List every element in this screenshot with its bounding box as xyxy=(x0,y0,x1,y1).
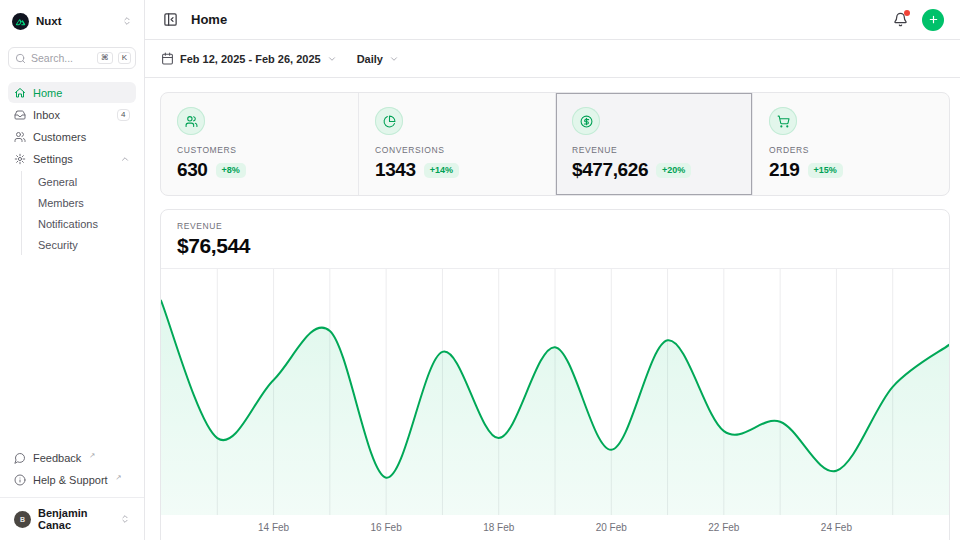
notification-dot xyxy=(904,10,910,16)
sidebar-item-security[interactable]: Security xyxy=(22,234,136,255)
pie-chart-icon xyxy=(375,107,403,135)
svg-text:18 Feb: 18 Feb xyxy=(483,522,515,533)
message-circle-icon xyxy=(14,452,26,464)
avatar: B xyxy=(14,511,31,528)
stat-value: 630 xyxy=(177,159,208,181)
stat-value: 219 xyxy=(769,159,800,181)
sidebar-item-customers[interactable]: Customers xyxy=(8,126,136,147)
chevron-up-icon xyxy=(120,154,130,164)
search-icon xyxy=(15,53,26,64)
stat-label: ORDERS xyxy=(769,145,933,155)
settings-children: General Members Notifications Security xyxy=(21,171,136,255)
dollar-circle-icon xyxy=(572,107,600,135)
date-range-label: Feb 12, 2025 - Feb 26, 2025 xyxy=(180,53,321,65)
svg-text:24 Feb: 24 Feb xyxy=(821,522,853,533)
main-area: Home Feb 12, 2025 - Feb 26, 2025 Daily xyxy=(145,0,960,540)
inbox-icon xyxy=(14,109,26,121)
sidebar-item-notifications[interactable]: Notifications xyxy=(22,213,136,234)
sidebar-footer-nav: Feedback ↗ Help & Support ↗ xyxy=(8,447,136,490)
topbar-actions xyxy=(891,9,944,31)
sidebar-item-help-support[interactable]: Help & Support ↗ xyxy=(8,469,136,490)
stat-value: $477,626 xyxy=(572,159,648,181)
stat-value: 1343 xyxy=(375,159,416,181)
sidebar-item-label: Customers xyxy=(33,131,86,143)
chevron-down-icon xyxy=(389,54,399,64)
sidebar-item-home[interactable]: Home xyxy=(8,82,136,103)
external-link-icon: ↗ xyxy=(89,451,95,462)
svg-text:14 Feb: 14 Feb xyxy=(258,522,290,533)
calendar-icon xyxy=(161,52,174,65)
nuxt-logo-icon xyxy=(12,13,29,30)
date-range-picker[interactable]: Feb 12, 2025 - Feb 26, 2025 xyxy=(161,52,337,65)
user-menu[interactable]: B Benjamin Canac xyxy=(8,504,136,534)
dashboard-content: CUSTOMERS 630 +8% CONVERSIONS 1343 +14% xyxy=(145,78,960,540)
chart-metric-label: REVENUE xyxy=(177,221,933,231)
sidebar: Nuxt ⌘ K Home Inbox 4 xyxy=(0,0,145,540)
inbox-count-badge: 4 xyxy=(117,109,130,121)
stat-delta-badge: +15% xyxy=(808,163,843,178)
collapse-sidebar-button[interactable] xyxy=(161,10,180,29)
notifications-button[interactable] xyxy=(891,10,910,29)
stat-label: REVENUE xyxy=(572,145,736,155)
sidebar-nav: Home Inbox 4 Customers Settings Ge xyxy=(8,82,136,256)
chevrons-up-down-icon xyxy=(122,16,132,26)
user-name: Benjamin Canac xyxy=(38,507,113,531)
sidebar-divider xyxy=(0,497,144,498)
chevron-down-icon xyxy=(327,54,337,64)
sidebar-item-label: Feedback xyxy=(33,452,81,464)
topbar: Home xyxy=(145,0,960,40)
shopping-cart-icon xyxy=(769,107,797,135)
sidebar-item-label: Inbox xyxy=(33,109,60,121)
sidebar-item-feedback[interactable]: Feedback ↗ xyxy=(8,447,136,468)
sidebar-item-label: Help & Support xyxy=(33,474,108,486)
sidebar-item-label: Home xyxy=(33,87,62,99)
external-link-icon: ↗ xyxy=(116,473,122,484)
gear-icon xyxy=(14,153,26,165)
workspace-switcher[interactable]: Nuxt xyxy=(8,10,136,32)
sidebar-item-inbox[interactable]: Inbox 4 xyxy=(8,104,136,125)
stat-delta-badge: +20% xyxy=(656,163,691,178)
kbd-meta: ⌘ xyxy=(97,52,113,64)
page-title: Home xyxy=(191,12,227,27)
svg-text:20 Feb: 20 Feb xyxy=(596,522,628,533)
workspace-name: Nuxt xyxy=(36,15,115,27)
stat-card-conversions[interactable]: CONVERSIONS 1343 +14% xyxy=(358,93,555,195)
svg-text:16 Feb: 16 Feb xyxy=(371,522,403,533)
sidebar-item-label: Settings xyxy=(33,153,73,165)
svg-text:22 Feb: 22 Feb xyxy=(708,522,740,533)
chart-metric-value: $76,544 xyxy=(177,234,933,258)
plus-icon xyxy=(928,14,939,25)
stat-delta-badge: +8% xyxy=(216,163,246,178)
granularity-label: Daily xyxy=(357,53,383,65)
filter-toolbar: Feb 12, 2025 - Feb 26, 2025 Daily xyxy=(145,40,960,78)
stat-card-orders[interactable]: ORDERS 219 +15% xyxy=(752,93,949,195)
stat-label: CUSTOMERS xyxy=(177,145,342,155)
sidebar-item-general[interactable]: General xyxy=(22,171,136,192)
users-icon xyxy=(177,107,205,135)
revenue-area-chart[interactable]: 14 Feb16 Feb18 Feb20 Feb22 Feb24 Feb xyxy=(161,269,949,539)
chart-plot-area: 14 Feb16 Feb18 Feb20 Feb22 Feb24 Feb xyxy=(161,269,949,539)
stat-label: CONVERSIONS xyxy=(375,145,539,155)
search-box[interactable]: ⌘ K xyxy=(8,47,136,69)
info-circle-icon xyxy=(14,474,26,486)
home-icon xyxy=(14,87,26,99)
granularity-select[interactable]: Daily xyxy=(357,53,399,65)
panel-left-close-icon xyxy=(163,12,178,27)
sidebar-item-members[interactable]: Members xyxy=(22,192,136,213)
users-icon xyxy=(14,131,26,143)
stats-row: CUSTOMERS 630 +8% CONVERSIONS 1343 +14% xyxy=(160,92,950,196)
revenue-chart-card: REVENUE $76,544 14 Feb16 Feb18 Feb20 Feb… xyxy=(160,209,950,540)
stat-delta-badge: +14% xyxy=(424,163,459,178)
add-button[interactable] xyxy=(922,9,944,31)
chart-header: REVENUE $76,544 xyxy=(161,210,949,269)
kbd-key: K xyxy=(118,52,131,64)
stat-card-revenue[interactable]: REVENUE $477,626 +20% xyxy=(555,93,752,195)
stat-card-customers[interactable]: CUSTOMERS 630 +8% xyxy=(161,93,358,195)
chevrons-up-down-icon xyxy=(120,514,130,524)
search-input[interactable] xyxy=(31,52,92,64)
sidebar-spacer xyxy=(8,256,136,434)
sidebar-item-settings[interactable]: Settings xyxy=(8,148,136,169)
